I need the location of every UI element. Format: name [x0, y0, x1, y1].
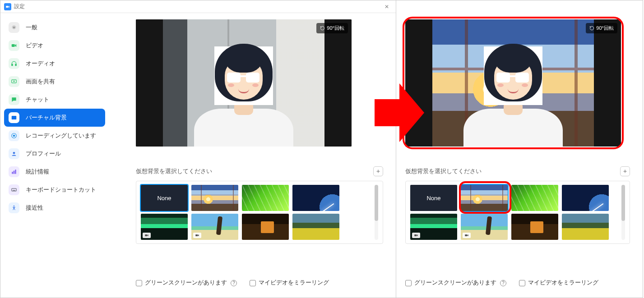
keyboard-icon [9, 184, 19, 195]
bg-thumb-grass[interactable] [511, 185, 558, 211]
add-background-button[interactable] [620, 166, 630, 176]
sidebar-item-label: 画面を共有 [26, 78, 55, 86]
sidebar-item-3[interactable]: 画面を共有 [4, 73, 105, 91]
chat-icon [9, 94, 19, 105]
app-icon [4, 3, 11, 10]
none-label: None [141, 185, 188, 211]
preview-scene-room [163, 19, 324, 147]
bg-thumb-aurora[interactable] [410, 214, 457, 240]
titlebar: 設定 ✕ [0, 0, 396, 13]
sidebar-item-8[interactable]: 統計情報 [4, 163, 105, 181]
record-icon [9, 130, 19, 141]
sidebar-item-6[interactable]: レコーディングしています [4, 127, 105, 145]
bg-thumb-beach[interactable] [461, 214, 508, 240]
video-preview-after: 90°回転 [405, 19, 621, 147]
close-button[interactable]: ✕ [381, 4, 392, 10]
sidebar-item-label: 接近性 [26, 204, 43, 212]
sidebar-item-9[interactable]: キーボードショートカット [4, 181, 105, 199]
svg-point-9 [13, 152, 15, 154]
svg-rect-2 [12, 64, 13, 66]
sidebar-item-label: 一般 [26, 23, 37, 32]
svg-rect-13 [12, 188, 17, 191]
sidebar-item-5[interactable]: バーチャル背景 [4, 109, 105, 127]
virtual-bg-icon [9, 112, 19, 123]
video-preview: 90°回転 [136, 19, 352, 147]
video-badge-icon [463, 233, 471, 238]
gear-icon [9, 22, 19, 33]
choose-background-label: 仮想背景を選択してください [405, 167, 620, 175]
mirror-video-checkbox[interactable]: マイビデオをミラーリング [519, 279, 598, 287]
bg-thumb-earth-from-space[interactable] [292, 185, 339, 211]
video-icon [9, 40, 19, 51]
avatar-person [194, 45, 293, 147]
thumbnails-scrollbar[interactable] [375, 185, 378, 240]
svg-rect-12 [15, 170, 16, 174]
svg-rect-3 [15, 64, 16, 66]
green-screen-checkbox[interactable]: グリーンスクリーンがあります? [136, 279, 237, 287]
window-title: 設定 [14, 3, 25, 10]
headphones-icon [9, 58, 19, 69]
settings-window-before: 設定 ✕ 一般ビデオオーディオ画面を共有チャットバーチャル背景レコーディングして… [0, 0, 396, 298]
rotate-90-button[interactable]: 90°回転 [316, 23, 348, 33]
accessibility-icon [9, 202, 19, 213]
svg-rect-11 [14, 171, 14, 174]
comparison-arrow [375, 79, 424, 147]
svg-point-14 [14, 206, 14, 206]
choose-background-label: 仮想背景を選択してください [136, 167, 373, 175]
bg-thumb-aurora[interactable] [141, 214, 188, 240]
green-screen-checkbox[interactable]: グリーンスクリーンがあります? [405, 279, 506, 287]
sidebar-item-0[interactable]: 一般 [4, 18, 105, 37]
stats-icon [9, 166, 19, 177]
bg-thumb-flower-field[interactable] [292, 214, 339, 240]
background-thumbnails: None [136, 181, 383, 244]
bg-thumb-grass[interactable] [242, 185, 289, 211]
bg-thumb-golden-gate-sunset[interactable] [191, 185, 238, 211]
sidebar-item-label: バーチャル背景 [26, 114, 67, 122]
preview-scene-bridge [432, 19, 594, 147]
video-badge-icon [143, 233, 151, 238]
bg-thumb-earth-from-space[interactable] [562, 185, 609, 211]
sidebar-item-label: レコーディングしています [26, 132, 96, 140]
none-label: None [410, 185, 457, 211]
background-thumbnails: None [405, 181, 630, 244]
main-pane: 90°回転 仮想背景を選択してください None グリーンス [109, 13, 396, 298]
sidebar-item-7[interactable]: プロフィール [4, 145, 105, 163]
sidebar-item-label: ビデオ [26, 41, 43, 50]
sidebar-item-10[interactable]: 接近性 [4, 199, 105, 217]
settings-window-after: 90°回転 仮想背景を選択してください None [396, 0, 643, 298]
bg-thumb-golden-gate-sunset[interactable] [461, 185, 508, 211]
bg-thumb-cabin-night[interactable] [242, 214, 289, 240]
settings-sidebar: 一般ビデオオーディオ画面を共有チャットバーチャル背景レコーディングしていますプロ… [0, 13, 109, 298]
sidebar-item-4[interactable]: チャット [4, 91, 105, 109]
help-icon[interactable]: ? [500, 280, 506, 286]
help-icon[interactable]: ? [231, 280, 237, 286]
sidebar-item-label: オーディオ [26, 60, 55, 68]
sidebar-item-label: キーボードショートカット [26, 186, 96, 194]
svg-rect-1 [12, 44, 15, 47]
video-badge-icon [412, 233, 420, 238]
rotate-90-button[interactable]: 90°回転 [586, 23, 617, 33]
sidebar-item-1[interactable]: ビデオ [4, 37, 105, 55]
sidebar-item-label: 統計情報 [26, 168, 49, 176]
mirror-video-checkbox[interactable]: マイビデオをミラーリング [250, 279, 329, 287]
svg-point-6 [13, 117, 14, 118]
main-pane-after: 90°回転 仮想背景を選択してください None [396, 13, 643, 298]
share-screen-icon [9, 76, 19, 87]
add-background-button[interactable] [373, 166, 383, 176]
sidebar-item-label: プロフィール [26, 150, 61, 158]
svg-rect-10 [12, 172, 13, 174]
avatar-person [463, 45, 563, 147]
svg-point-8 [13, 135, 15, 137]
bg-thumb-cabin-night[interactable] [511, 214, 558, 240]
profile-icon [9, 148, 19, 159]
thumbnails-scrollbar[interactable] [621, 185, 625, 240]
bg-thumb-beach[interactable] [191, 214, 238, 240]
video-badge-icon [193, 233, 201, 238]
bg-thumb-flower-field[interactable] [562, 214, 609, 240]
bg-thumb-none[interactable]: None [141, 185, 188, 211]
sidebar-item-2[interactable]: オーディオ [4, 55, 105, 73]
bg-thumb-none[interactable]: None [410, 185, 457, 211]
sidebar-item-label: チャット [26, 96, 49, 104]
